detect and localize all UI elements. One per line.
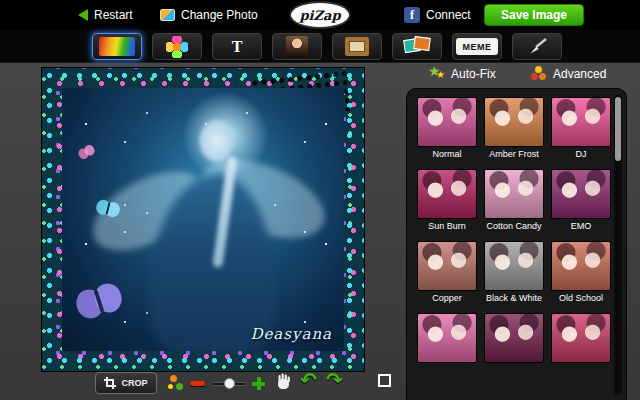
filter-label: EMO [571, 221, 592, 233]
paint-brush-icon [527, 38, 547, 55]
dot-icon [539, 73, 546, 80]
pizap-logo[interactable]: piZap [291, 3, 349, 27]
canvas-size-button[interactable] [378, 374, 391, 387]
panel-scrollbar[interactable] [614, 95, 622, 395]
filter-grid: NormalAmber FrostDJSun BurnCotton CandyE… [416, 97, 612, 377]
filter-thumbnail[interactable] [484, 97, 544, 147]
filter-label: Black & White [486, 293, 542, 305]
filter-thumbnail[interactable] [417, 241, 477, 291]
filter-item-cotton-candy[interactable]: Cotton Candy [483, 169, 545, 233]
photo-canvas[interactable]: Deasyana [42, 68, 364, 371]
filter-item-old-school[interactable]: Old School [550, 241, 612, 305]
advanced-button[interactable]: Advanced [531, 64, 606, 84]
filter-item-row4-10[interactable] [416, 313, 478, 377]
pan-hand-button[interactable] [276, 373, 291, 394]
effects-icon [99, 37, 135, 56]
facebook-icon: f [404, 7, 420, 23]
filter-thumbnail[interactable] [484, 169, 544, 219]
filter-item-row4-11[interactable] [483, 313, 545, 377]
save-image-button[interactable]: Save Image [484, 4, 584, 26]
auto-fix-button[interactable]: ★ ★ Auto-Fix [428, 64, 496, 84]
magic-star-icon: ★ ★ [428, 66, 445, 83]
filter-label: Old School [559, 293, 603, 305]
filter-thumbnail[interactable] [417, 97, 477, 147]
crop-label: CROP [121, 378, 147, 388]
stickers-tool-button[interactable] [152, 33, 202, 60]
scrollbar-thumb[interactable] [615, 97, 621, 161]
text-tool-icon: T [232, 38, 243, 56]
crop-icon [104, 377, 116, 389]
filter-label: Cotton Candy [486, 221, 541, 233]
filter-item-emo[interactable]: EMO [550, 169, 612, 233]
hand-icon [276, 373, 291, 390]
back-arrow-icon [78, 9, 88, 21]
touchup-tool-button[interactable] [272, 33, 322, 60]
undo-button[interactable]: ↶ [300, 368, 317, 392]
photos-tool-button[interactable] [392, 33, 442, 60]
effects-tool-button[interactable] [92, 33, 142, 60]
dot-icon [531, 73, 538, 80]
text-tool-button[interactable]: T [212, 33, 262, 60]
photo-thumb-icon [413, 36, 430, 51]
filter-thumbnail[interactable] [484, 313, 544, 363]
filter-thumbnail[interactable] [551, 241, 611, 291]
frames-tool-button[interactable] [332, 33, 382, 60]
portrait-icon [286, 36, 308, 57]
color-dots-icon [531, 66, 547, 82]
advanced-label: Advanced [553, 67, 606, 81]
filter-item-amber-frost[interactable]: Amber Frost [483, 97, 545, 161]
filter-thumbnail[interactable] [551, 169, 611, 219]
filter-label: DJ [576, 149, 587, 161]
filter-thumbnail[interactable] [417, 169, 477, 219]
change-photo-label: Change Photo [181, 8, 258, 22]
filter-thumbnail[interactable] [417, 313, 477, 363]
picture-frame-icon [345, 37, 369, 56]
paint-tool-button[interactable] [512, 33, 562, 60]
filter-item-dj[interactable]: DJ [550, 97, 612, 161]
filter-label: Amber Frost [489, 149, 539, 161]
filter-item-normal[interactable]: Normal [416, 97, 478, 161]
dot-icon [535, 66, 542, 73]
star-icon: ★ [436, 69, 445, 80]
filter-item-black-white[interactable]: Black & White [483, 241, 545, 305]
meme-tool-button[interactable]: MEME [452, 33, 502, 60]
dot-icon [176, 383, 183, 390]
fairy-head [199, 120, 233, 162]
redo-button[interactable]: ↷ [326, 368, 343, 392]
filter-thumbnail[interactable] [551, 313, 611, 363]
zoom-slider-knob[interactable] [224, 378, 235, 389]
pizap-logo-text: piZap [299, 8, 340, 23]
connect-label: Connect [426, 8, 471, 22]
zoom-out-button[interactable] [190, 381, 205, 386]
change-photo-button[interactable]: Change Photo [160, 0, 258, 30]
filter-item-row4-12[interactable] [550, 313, 612, 377]
filter-thumbnail[interactable] [484, 241, 544, 291]
filter-label: Normal [432, 149, 461, 161]
auto-fix-label: Auto-Fix [451, 67, 496, 81]
tools-toolbar: T MEME [0, 30, 640, 63]
edited-photo: Deasyana [62, 88, 344, 351]
watermark-signature: Deasyana [250, 325, 332, 343]
flower-sticker-icon [166, 36, 188, 58]
dot-icon [170, 375, 177, 382]
effects-panel: NormalAmber FrostDJSun BurnCotton CandyE… [406, 88, 627, 400]
meme-icon: MEME [456, 38, 498, 55]
color-adjust-button[interactable] [168, 375, 184, 391]
filter-thumbnail[interactable] [551, 97, 611, 147]
filter-label: Copper [432, 293, 462, 305]
topbar: Restart Change Photo piZap f Connect Sav… [0, 0, 640, 30]
crop-button[interactable]: CROP [95, 372, 157, 394]
restart-button[interactable]: Restart [78, 0, 133, 30]
connect-button[interactable]: f Connect [404, 0, 471, 30]
filter-item-copper[interactable]: Copper [416, 241, 478, 305]
restart-label: Restart [94, 8, 133, 22]
photo-collage-icon [404, 36, 430, 57]
filter-label: Sun Burn [428, 221, 466, 233]
filter-item-sun-burn[interactable]: Sun Burn [416, 169, 478, 233]
dot-icon [168, 384, 173, 389]
zoom-in-button[interactable] [252, 377, 265, 390]
photo-stack-icon [160, 9, 175, 21]
